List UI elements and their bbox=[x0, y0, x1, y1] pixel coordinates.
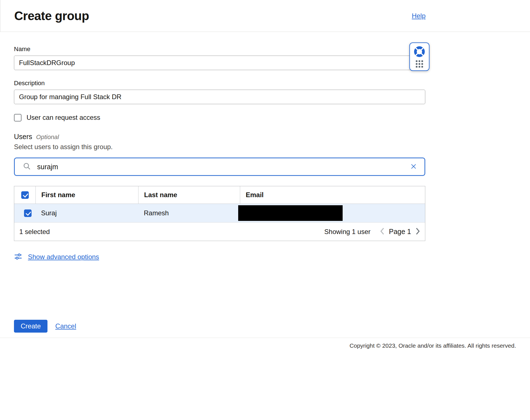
request-access-checkbox[interactable] bbox=[14, 114, 22, 121]
column-header-last-name: Last name bbox=[138, 186, 240, 204]
grid-dots-icon bbox=[416, 60, 423, 68]
show-advanced-options-link[interactable]: Show advanced options bbox=[28, 253, 99, 261]
description-input[interactable] bbox=[14, 90, 425, 104]
table-header-row: First name Last name Email bbox=[14, 186, 425, 204]
page-header: Create group Help bbox=[0, 0, 530, 32]
next-page-button[interactable] bbox=[415, 227, 421, 236]
select-all-checkbox[interactable] bbox=[21, 191, 29, 199]
x-icon bbox=[410, 163, 417, 171]
form-actions: Create Cancel bbox=[14, 320, 425, 333]
name-input[interactable] bbox=[14, 56, 425, 70]
create-group-form: Name Description User can request access… bbox=[0, 46, 530, 338]
pagination: Showing 1 user Page 1 bbox=[324, 227, 421, 236]
user-search-input[interactable] bbox=[37, 163, 404, 171]
cell-last-name: Ramesh bbox=[138, 209, 240, 217]
help-launcher-widget[interactable] bbox=[409, 42, 429, 71]
help-link[interactable]: Help bbox=[412, 12, 426, 20]
user-search-box bbox=[14, 157, 425, 176]
sliders-icon bbox=[14, 252, 22, 262]
cancel-link[interactable]: Cancel bbox=[55, 322, 76, 330]
request-access-row: User can request access bbox=[14, 114, 425, 121]
users-hint: Select users to assign this group. bbox=[14, 143, 425, 151]
prev-page-button[interactable] bbox=[379, 227, 385, 236]
users-heading: Users Optional bbox=[14, 133, 425, 141]
page-title: Create group bbox=[14, 9, 89, 23]
lifebuoy-icon bbox=[413, 45, 426, 59]
page-label: Page 1 bbox=[389, 228, 411, 236]
description-label: Description bbox=[14, 80, 425, 87]
users-label: Users bbox=[14, 133, 32, 141]
advanced-options-row: Show advanced options bbox=[14, 252, 425, 262]
cell-first-name: Suraj bbox=[35, 209, 138, 217]
copyright-text: Copyright © 2023, Oracle and/or its affi… bbox=[350, 342, 516, 349]
name-label: Name bbox=[14, 46, 425, 53]
chevron-left-icon bbox=[379, 227, 385, 236]
select-all-cell bbox=[14, 186, 35, 204]
users-table: First name Last name Email Suraj Ramesh … bbox=[14, 186, 425, 241]
create-button[interactable]: Create bbox=[14, 320, 47, 333]
row-checkbox[interactable] bbox=[24, 209, 32, 217]
table-footer: 1 selected Showing 1 user Page 1 bbox=[14, 222, 425, 241]
column-header-first-name: First name bbox=[35, 186, 138, 204]
request-access-label: User can request access bbox=[27, 114, 100, 121]
cell-email bbox=[240, 205, 425, 221]
users-optional-label: Optional bbox=[36, 133, 59, 141]
chevron-right-icon bbox=[415, 227, 421, 236]
selected-count: 1 selected bbox=[19, 228, 50, 236]
showing-text: Showing 1 user bbox=[324, 228, 370, 236]
row-select-cell bbox=[14, 204, 35, 222]
table-row[interactable]: Suraj Ramesh bbox=[14, 204, 425, 222]
search-icon bbox=[23, 162, 31, 171]
page-footer: Copyright © 2023, Oracle and/or its affi… bbox=[0, 338, 530, 349]
redacted-email bbox=[238, 205, 343, 221]
clear-search-button[interactable] bbox=[410, 163, 417, 171]
column-header-email: Email bbox=[240, 186, 425, 204]
